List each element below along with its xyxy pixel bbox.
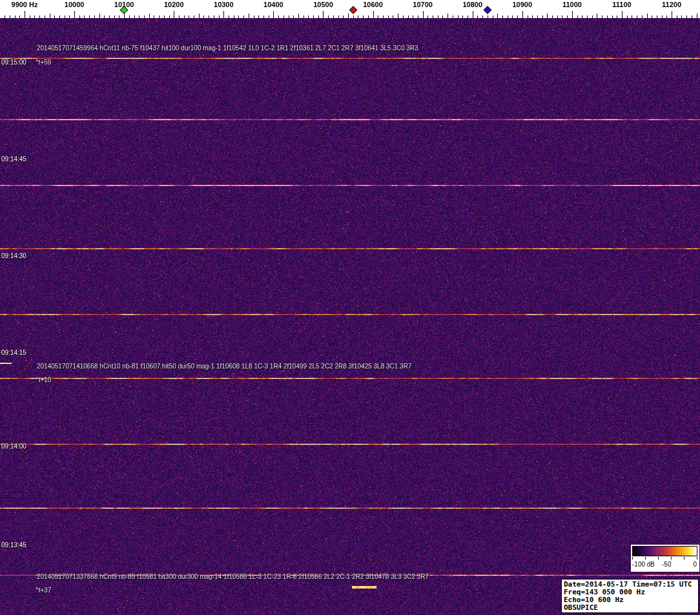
ruler-tick	[343, 15, 344, 18]
ruler-tick	[612, 15, 613, 18]
ruler-tick	[109, 15, 110, 18]
ruler-tick	[348, 14, 349, 18]
ruler-tick	[65, 15, 65, 18]
colorbar-ticks	[632, 557, 697, 560]
ruler-tick	[532, 15, 533, 18]
ruler-tick	[10, 15, 10, 18]
ruler-tick	[254, 15, 254, 18]
ruler-tick	[338, 15, 339, 18]
colorbar-min-label: -100 dB	[632, 561, 655, 568]
ruler-tick	[139, 15, 139, 18]
ruler-tick	[642, 15, 643, 18]
ruler-tick	[413, 15, 413, 18]
ruler-tick	[686, 15, 687, 18]
freq-label-10500: 10500	[313, 1, 333, 8]
ruler-tick	[129, 15, 130, 18]
ruler-tick	[104, 15, 105, 18]
ruler-tick	[238, 15, 239, 18]
ruler-tick	[74, 11, 75, 18]
ruler-tick	[697, 14, 697, 18]
ruler-tick	[617, 15, 617, 18]
ruler-tick	[517, 15, 518, 18]
ruler-tick	[269, 15, 269, 18]
meteor-spectrogram-window: 9900 Hz100001010010200103001040010500106…	[0, 0, 700, 615]
ruler-tick	[39, 15, 40, 18]
ruler-tick	[293, 15, 294, 18]
ruler-tick	[508, 15, 508, 18]
ruler-tick	[383, 15, 384, 18]
marker-red-diamond[interactable]	[349, 6, 357, 14]
ruler-tick	[69, 15, 70, 18]
freq-label-10000: 10000	[65, 1, 85, 8]
ruler-tick	[25, 11, 25, 18]
ruler-tick	[681, 15, 682, 18]
ruler-tick	[368, 15, 369, 18]
ruler-tick	[84, 15, 85, 18]
ruler-tick	[50, 14, 50, 18]
ruler-tick	[209, 15, 209, 18]
ruler-tick	[94, 15, 95, 18]
ruler-tick	[497, 14, 498, 18]
ruler-tick	[159, 15, 160, 18]
ruler-tick	[542, 15, 543, 18]
ruler-tick	[567, 15, 568, 18]
ruler-tick	[627, 15, 628, 18]
ruler-tick	[393, 15, 393, 18]
ruler-tick	[243, 15, 244, 18]
ruler-tick	[482, 15, 483, 18]
ruler-tick	[652, 15, 652, 18]
ruler-tick	[119, 15, 119, 18]
ruler-tick	[398, 14, 398, 18]
ruler-tick	[378, 15, 378, 18]
colorbar-max-label: 0	[693, 561, 697, 568]
ruler-tick	[203, 15, 204, 18]
freq-label-9900: 9900 Hz	[12, 1, 38, 8]
ruler-tick	[179, 15, 180, 18]
ruler-tick	[602, 15, 602, 18]
colorbar-gradient	[632, 546, 697, 556]
ruler-tick	[289, 15, 289, 18]
ruler-tick	[328, 15, 329, 18]
ruler-tick	[433, 15, 433, 18]
freq-label-10600: 10600	[363, 1, 383, 8]
ruler-tick	[194, 15, 194, 18]
marker-blue-diamond[interactable]	[483, 6, 491, 14]
ruler-tick	[353, 15, 354, 18]
ruler-tick	[278, 15, 279, 18]
ruler-tick	[89, 15, 90, 18]
ruler-tick	[363, 15, 364, 18]
ruler-tick	[473, 11, 473, 18]
ruler-tick	[79, 15, 80, 18]
ruler-tick	[607, 15, 608, 18]
ruler-tick	[174, 11, 174, 18]
ruler-tick	[572, 11, 573, 18]
ruler-tick	[512, 15, 513, 18]
ruler-tick	[528, 15, 528, 18]
ruler-tick	[229, 15, 229, 18]
ruler-tick	[373, 11, 374, 18]
ruler-tick	[438, 15, 438, 18]
ruler-tick	[323, 11, 324, 18]
ruler-tick	[622, 11, 623, 18]
ruler-tick	[468, 15, 468, 18]
ruler-tick	[223, 11, 224, 18]
freq-label-10800: 10800	[462, 1, 482, 8]
ruler-tick	[99, 14, 100, 18]
ruler-tick	[313, 15, 314, 18]
ruler-tick	[577, 15, 578, 18]
ruler-tick	[448, 14, 448, 18]
ruler-tick	[283, 15, 284, 18]
ruler-tick	[263, 15, 264, 18]
ruler-tick	[493, 15, 493, 18]
ruler-tick	[537, 15, 538, 18]
ruler-tick	[662, 15, 663, 18]
ruler-tick	[647, 14, 648, 18]
ruler-tick	[582, 15, 582, 18]
freq-label-11000: 11000	[562, 1, 582, 8]
ruler-tick	[149, 14, 150, 18]
ruler-tick	[318, 15, 319, 18]
ruler-tick	[388, 15, 389, 18]
ruler-tick	[59, 15, 60, 18]
ruler-tick	[453, 15, 453, 18]
ruler-tick	[249, 14, 249, 18]
